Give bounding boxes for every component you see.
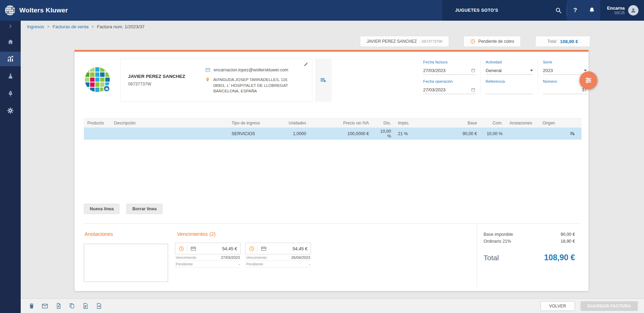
customer-email: encarnacion.lopez@wolterskluwer.com xyxy=(214,68,288,72)
file-export-icon xyxy=(96,303,102,309)
trash-icon xyxy=(28,303,35,309)
customer-chip-id: - 06737737W xyxy=(420,39,442,43)
due-dates-title: Vencimientos (2) xyxy=(177,231,216,237)
cell-base[interactable]: 90,00 € xyxy=(429,128,480,140)
totals-divider xyxy=(477,223,477,287)
status-chip[interactable]: Pendiente de cobro xyxy=(464,36,521,47)
field-fecha-factura: Fecha factura 27/03/2023 xyxy=(423,60,476,75)
cell-precio-sin-iva[interactable]: 100,0000 € xyxy=(310,128,372,140)
cell-impto[interactable]: 21 % xyxy=(394,128,429,140)
delete-invoice-button[interactable] xyxy=(27,302,36,311)
change-photo-button[interactable] xyxy=(103,85,110,92)
col-unidades: Unidades xyxy=(275,119,310,128)
actividad-select[interactable]: General xyxy=(486,66,533,75)
breadcrumb-facturas-de-venta[interactable]: Facturas de venta xyxy=(52,24,88,29)
cell-producto[interactable] xyxy=(84,128,110,140)
due-amount: 54,45 € xyxy=(293,246,308,251)
new-line-button[interactable]: Nueva línea xyxy=(84,204,119,214)
view-document-button[interactable] xyxy=(81,302,90,311)
calendar-icon[interactable] xyxy=(471,87,476,92)
due-date-label: Vencimiento xyxy=(176,255,196,260)
download-pdf-button[interactable] xyxy=(54,302,63,311)
cell-com[interactable]: 10,00 % xyxy=(480,128,506,140)
fecha-factura-input[interactable]: 27/03/2023 xyxy=(423,66,476,75)
cell-anotaciones[interactable] xyxy=(506,128,539,140)
pencil-icon xyxy=(303,62,309,67)
numero-input[interactable]: 37 xyxy=(543,85,587,94)
referencia-input[interactable] xyxy=(486,85,533,94)
invoice-options-button[interactable] xyxy=(579,71,597,89)
sidebar-item-home[interactable] xyxy=(0,34,21,49)
col-descripcion: Descripción xyxy=(110,119,228,128)
grand-total-label: Total xyxy=(484,254,499,262)
edit-customer-button[interactable] xyxy=(303,62,309,67)
due-date-card[interactable]: 54,45 € Vencimiento 26/04/2023 Pendiente… xyxy=(245,243,311,267)
row-add-note-button[interactable] xyxy=(564,128,582,140)
due-date-value: 26/04/2023 xyxy=(291,255,310,260)
notifications-button[interactable] xyxy=(584,0,600,21)
notes-textarea[interactable] xyxy=(84,244,168,282)
company-name: JUGUETES SOTO'S xyxy=(455,8,498,13)
status-badge: Pendiente de cobro xyxy=(478,39,514,44)
cell-descripcion[interactable] xyxy=(110,128,228,140)
file-download-icon xyxy=(55,303,62,309)
total-chip-value: 108,90 € xyxy=(560,39,578,44)
col-dto: Dto. xyxy=(372,119,394,128)
search-button[interactable] xyxy=(550,0,567,21)
col-actions xyxy=(564,119,582,128)
field-serie: Serie 2023 xyxy=(543,60,587,75)
divider xyxy=(257,246,258,252)
due-dates-list: 54,45 € Vencimiento 27/03/2023 Pendiente… xyxy=(175,243,311,267)
rocket-icon xyxy=(7,90,14,97)
sidebar-item-lab[interactable] xyxy=(0,69,21,83)
serie-value: 2023 xyxy=(543,68,553,73)
calendar-icon[interactable] xyxy=(471,68,476,73)
customer-nif: 06737737W xyxy=(128,82,205,87)
export-document-button[interactable] xyxy=(94,302,103,311)
invoice-lines-table: Producto Descripción Tipo de ingreso Uni… xyxy=(84,118,582,140)
brand: Wolters Kluwer xyxy=(0,0,68,21)
breadcrumb-ingresos[interactable]: Ingresos xyxy=(27,24,44,29)
sidebar-item-launch[interactable] xyxy=(0,86,21,101)
cell-tipo-de-ingreso[interactable]: SERVICIOS xyxy=(228,128,275,140)
back-button[interactable]: VOLVER xyxy=(540,301,575,311)
total-chip-label: Total: xyxy=(547,39,557,44)
email-icon xyxy=(41,303,48,310)
sidebar-settings-button[interactable] xyxy=(0,103,21,118)
send-email-button[interactable] xyxy=(40,302,49,311)
delete-line-button[interactable]: Borrar línea xyxy=(126,204,162,214)
duplicate-button[interactable] xyxy=(67,302,76,311)
customer-chip-name: JAVIER PEREZ SANCHEZ xyxy=(367,39,417,44)
col-tipo-de-ingreso: Tipo de ingreso xyxy=(228,119,275,128)
user-menu[interactable]: Encarna 03C25 xyxy=(600,0,644,21)
cell-unidades[interactable]: 1,0000 xyxy=(275,128,310,140)
fecha-operacion-input[interactable]: 27/03/2023 xyxy=(423,85,476,94)
customer-chip[interactable]: JAVIER PEREZ SANCHEZ - 06737737W xyxy=(360,36,449,47)
chevron-down-icon xyxy=(530,70,533,71)
company-selector[interactable]: JUGUETES SOTO'S xyxy=(442,0,567,21)
pending-value: - xyxy=(309,262,310,266)
invoice-card: JAVIER PEREZ SANCHEZ 06737737W encarnaci… xyxy=(74,50,589,291)
playlist-add-icon xyxy=(320,77,327,84)
cell-dto[interactable]: 10,00 % xyxy=(372,128,394,140)
due-date-card[interactable]: 54,45 € Vencimiento 27/03/2023 Pendiente… xyxy=(175,243,241,267)
brand-name: Wolters Kluwer xyxy=(19,7,68,14)
add-concept-button[interactable] xyxy=(315,59,332,102)
col-producto: Producto xyxy=(84,119,110,128)
copy-icon xyxy=(69,303,75,309)
sidebar-item-sales[interactable] xyxy=(0,52,21,66)
breadcrumb: Ingresos > Facturas de venta > Factura n… xyxy=(27,21,145,32)
user-avatar-icon xyxy=(628,5,638,16)
sidebar-expand-button[interactable] xyxy=(0,21,21,32)
help-icon: ? xyxy=(573,7,577,14)
cell-origen[interactable] xyxy=(539,128,564,140)
serie-select[interactable]: 2023 xyxy=(543,66,587,75)
table-row[interactable]: SERVICIOS 1,0000 100,0000 € 10,00 % 21 %… xyxy=(84,128,582,140)
customer-address: AVINGUDA JOSEP TARRADELLES, 116 08901, L… xyxy=(213,77,288,94)
sales-chart-icon xyxy=(7,55,14,63)
save-invoice-button[interactable]: GUARDAR FACTURA xyxy=(580,301,638,311)
clock-icon xyxy=(249,246,255,252)
help-button[interactable]: ? xyxy=(567,0,584,21)
playlist-add-icon xyxy=(569,131,576,137)
gear-icon xyxy=(7,107,14,114)
